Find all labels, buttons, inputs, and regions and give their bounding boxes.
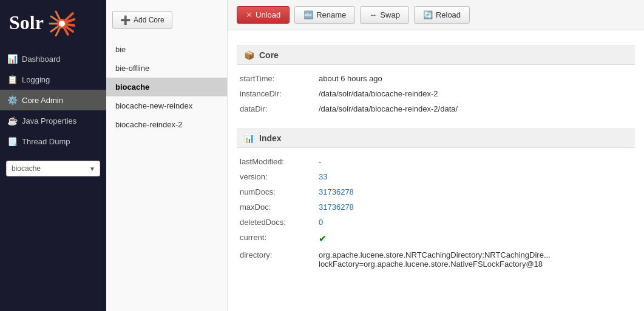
- core-item-biocache[interactable]: biocache: [106, 78, 227, 96]
- add-core-button[interactable]: ➕ Add Core: [112, 11, 172, 29]
- index-version-row: version: 33: [240, 169, 632, 184]
- sidebar-item-dashboard-label: Dashboard: [22, 55, 61, 64]
- index-num-docs-label: numDocs:: [240, 187, 319, 196]
- index-current-row: current: ✔: [240, 230, 632, 247]
- swap-label: Swap: [380, 10, 400, 19]
- add-core-icon: ➕: [120, 15, 130, 25]
- index-section: 📊 Index lastModified: - version: 33 numD…: [240, 129, 632, 272]
- sidebar-item-java-properties[interactable]: ☕ Java Properties: [0, 110, 106, 131]
- core-list-header: ➕ Add Core: [106, 6, 227, 34]
- rename-label: Rename: [316, 10, 346, 19]
- sidebar-item-java-properties-label: Java Properties: [22, 116, 76, 125]
- unload-button[interactable]: ✕ Unload: [237, 6, 290, 24]
- core-info-table: startTime: about 6 hours ago instanceDir…: [240, 71, 632, 116]
- core-start-time-value: about 6 hours ago: [319, 74, 382, 83]
- core-list: ➕ Add Core bie bie-offline biocache bioc…: [106, 0, 228, 311]
- index-max-doc-label: maxDoc:: [240, 202, 319, 212]
- core-item-biocache-reindex-2[interactable]: biocache-reindex-2: [106, 115, 227, 134]
- main-content: ✕ Unload 🔤 Rename ↔ Swap 🔄 Reload 📦 Core: [228, 0, 644, 311]
- core-section-header: 📦 Core: [237, 45, 635, 65]
- core-section-icon: 📦: [244, 50, 254, 60]
- java-properties-icon: ☕: [7, 116, 17, 125]
- index-num-docs-value: 31736278: [319, 187, 354, 196]
- core-selector-container: Core Selector bie bie-offline biocache: [6, 161, 100, 176]
- rename-button[interactable]: 🔤 Rename: [294, 6, 355, 24]
- sidebar-item-logging[interactable]: 📋 Logging: [0, 69, 106, 90]
- core-section: 📦 Core startTime: about 6 hours ago inst…: [240, 45, 632, 116]
- index-version-label: version:: [240, 172, 319, 181]
- reload-label: Reload: [436, 10, 461, 19]
- sidebar: Solr: [0, 0, 106, 311]
- core-start-time-row: startTime: about 6 hours ago: [240, 71, 632, 86]
- logging-icon: 📋: [7, 75, 17, 84]
- core-selector[interactable]: Core Selector bie bie-offline biocache: [6, 161, 100, 176]
- sidebar-item-logging-label: Logging: [22, 75, 50, 84]
- core-item-biocache-new-reindex[interactable]: biocache-new-reindex: [106, 96, 227, 115]
- thread-dump-icon: 🗒️: [7, 136, 17, 146]
- core-list-items: bie bie-offline biocache biocache-new-re…: [106, 40, 227, 134]
- unload-icon: ✕: [246, 10, 253, 19]
- svg-point-1: [59, 21, 65, 27]
- sidebar-item-thread-dump[interactable]: 🗒️ Thread Dump: [0, 131, 106, 152]
- index-directory-label: directory:: [240, 250, 319, 269]
- index-section-header: 📊 Index: [237, 129, 635, 148]
- content-area: 📦 Core startTime: about 6 hours ago inst…: [228, 30, 644, 293]
- index-current-label: current:: [240, 233, 319, 244]
- index-directory-value: org.apache.lucene.store.NRTCachingDirect…: [319, 250, 551, 269]
- dashboard-icon: 📊: [7, 54, 17, 64]
- index-last-modified-row: lastModified: -: [240, 154, 632, 169]
- index-section-icon: 📊: [244, 133, 254, 143]
- sidebar-item-dashboard[interactable]: 📊 Dashboard: [0, 48, 106, 69]
- index-directory-row: directory: org.apache.lucene.store.NRTCa…: [240, 247, 632, 272]
- core-data-dir-row: dataDir: /data/solr/data/biocache-reinde…: [240, 101, 632, 116]
- reload-icon: 🔄: [423, 10, 433, 19]
- index-version-value: 33: [319, 172, 327, 181]
- logo-icon: [47, 9, 77, 36]
- index-deleted-docs-value: 0: [319, 218, 323, 227]
- toolbar: ✕ Unload 🔤 Rename ↔ Swap 🔄 Reload: [228, 0, 644, 30]
- core-selector-wrapper: Core Selector bie bie-offline biocache: [6, 161, 100, 176]
- sidebar-item-core-admin[interactable]: ⚙️ Core Admin: [0, 90, 106, 110]
- core-section-title: Core: [259, 50, 279, 60]
- core-admin-icon: ⚙️: [7, 95, 17, 105]
- index-deleted-docs-row: deletedDocs: 0: [240, 215, 632, 230]
- index-max-doc-value: 31736278: [319, 202, 354, 212]
- sidebar-item-core-admin-label: Core Admin: [22, 96, 63, 105]
- index-section-title: Index: [259, 133, 282, 143]
- index-deleted-docs-label: deletedDocs:: [240, 218, 319, 227]
- core-data-dir-value: /data/solr/data/biocache-reindex-2/data/: [319, 104, 458, 113]
- core-data-dir-label: dataDir:: [240, 104, 319, 113]
- index-current-value: ✔: [319, 233, 327, 244]
- index-max-doc-row: maxDoc: 31736278: [240, 199, 632, 215]
- reload-button[interactable]: 🔄 Reload: [414, 6, 470, 24]
- rename-icon: 🔤: [303, 10, 313, 19]
- sidebar-nav: 📊 Dashboard 📋 Logging ⚙️ Core Admin ☕ Ja…: [0, 48, 106, 152]
- core-instance-dir-row: instanceDir: /data/solr/data/biocache-re…: [240, 86, 632, 101]
- index-last-modified-label: lastModified:: [240, 157, 319, 166]
- core-instance-dir-label: instanceDir:: [240, 89, 319, 98]
- logo-text: Solr: [9, 12, 44, 34]
- index-info-table: lastModified: - version: 33 numDocs: 317…: [240, 154, 632, 272]
- core-item-bie-offline[interactable]: bie-offline: [106, 59, 227, 78]
- core-instance-dir-value: /data/solr/data/biocache-reindex-2: [319, 89, 438, 98]
- core-item-bie[interactable]: bie: [106, 40, 227, 59]
- swap-button[interactable]: ↔ Swap: [360, 6, 409, 24]
- sidebar-item-thread-dump-label: Thread Dump: [22, 137, 70, 146]
- core-start-time-label: startTime:: [240, 74, 319, 83]
- logo-area: Solr: [0, 0, 106, 42]
- swap-icon: ↔: [369, 10, 377, 19]
- index-num-docs-row: numDocs: 31736278: [240, 184, 632, 199]
- unload-label: Unload: [256, 10, 280, 19]
- index-last-modified-value: -: [319, 157, 321, 166]
- add-core-label: Add Core: [134, 16, 164, 24]
